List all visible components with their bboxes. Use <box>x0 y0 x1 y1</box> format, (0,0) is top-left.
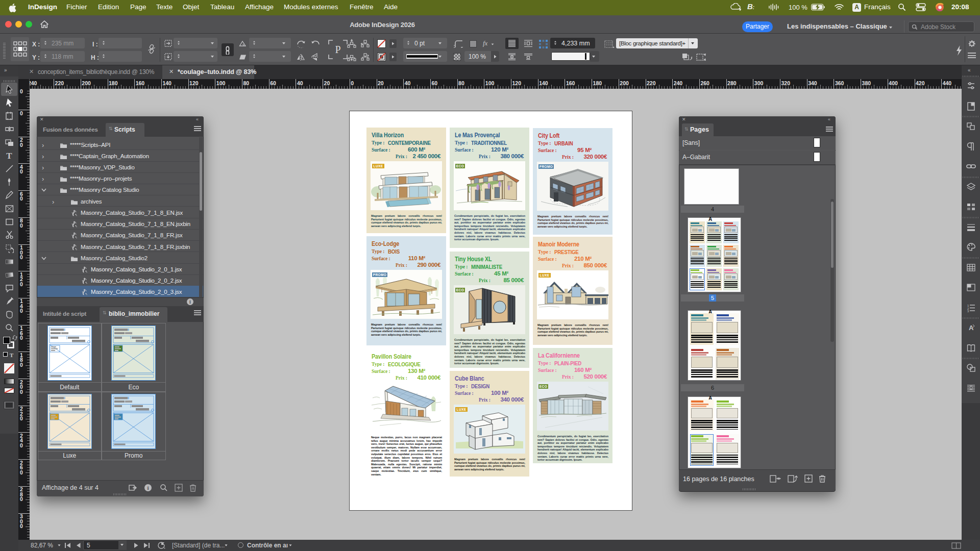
svg-text:T: T <box>6 151 12 160</box>
svg-text:P: P <box>335 44 340 55</box>
svg-text:3: 3 <box>967 310 969 313</box>
svg-text:A: A <box>969 324 974 332</box>
